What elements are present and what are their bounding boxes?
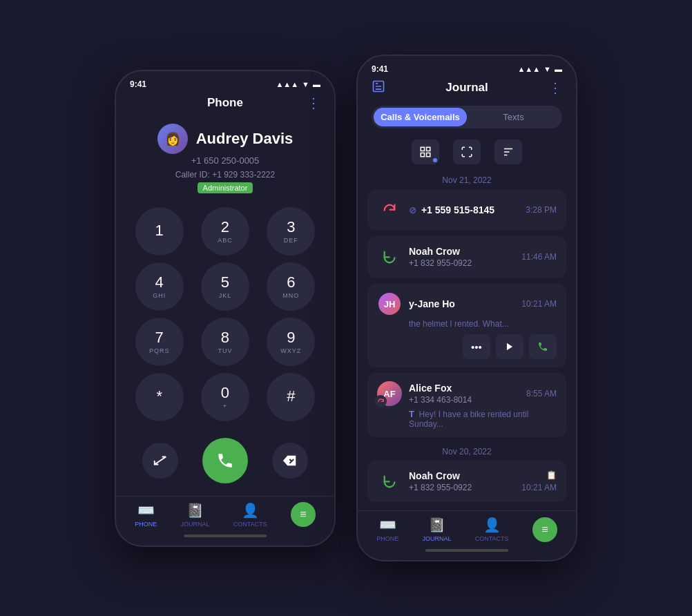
menu-icon: ≡ (300, 508, 306, 521)
play-voicemail-button[interactable] (496, 334, 523, 359)
j-phone-nav-icon: ⌨️ (379, 517, 396, 533)
journal-title: Journal (445, 81, 488, 95)
entry-time-5: 10:21 AM (521, 483, 557, 492)
entry-alice-text[interactable]: AF Alice Fox +1 334 463-8014 8:55 AM T H… (367, 373, 566, 437)
svg-rect-3 (421, 153, 424, 157)
entry-actions-jane: ••• (377, 329, 557, 359)
call-back-button[interactable] (529, 334, 557, 359)
journal-app: 9:41 ▲▲▲ ▼ ▬ Journal ⋮ Calls & Voicemail… (356, 55, 577, 561)
j-contacts-nav-icon: 👤 (483, 517, 501, 533)
dial-5[interactable]: 5JKL (201, 262, 249, 311)
journal-header: Journal ⋮ (358, 78, 576, 102)
entry-name-noah1: Noah Crow (409, 246, 515, 257)
filter-expand-button[interactable] (453, 139, 481, 164)
j-home-indicator (425, 549, 508, 552)
journal-status-bar: 9:41 ▲▲▲ ▼ ▬ (358, 56, 576, 78)
svg-marker-8 (507, 343, 512, 351)
j-nav-contacts-label: CONTACTS (475, 535, 509, 542)
dial-4[interactable]: 4GHI (135, 262, 184, 311)
journal-entries: Nov 21, 2022 ⊘ +1 559 515-8145 3:28 PM (358, 171, 576, 508)
j-wifi-icon: ▼ (544, 65, 551, 73)
tab-bar: Calls & Voicemails Texts (372, 106, 562, 128)
entry-name-noah2: Noah Crow (409, 470, 515, 481)
transfer-button[interactable] (142, 443, 178, 479)
j-nav-contacts[interactable]: 👤 CONTACTS (475, 517, 509, 542)
entry-time-4: 8:55 AM (526, 389, 557, 398)
entry-name-alice: Alice Fox (409, 383, 519, 394)
entry-missed-unknown[interactable]: ⊘ +1 559 515-8145 3:28 PM (367, 189, 566, 231)
call-button[interactable] (202, 438, 248, 483)
signal-icon: ▲▲▲ (276, 80, 298, 88)
wifi-icon: ▼ (302, 80, 309, 88)
more-options-button[interactable]: ••• (463, 334, 490, 359)
user-section: 👩 Audrey Davis +1 650 250-0005 Caller ID… (116, 117, 334, 200)
missed-call-icon (377, 198, 402, 222)
outgoing-call-icon (377, 244, 402, 269)
j-nav-journal[interactable]: 📓 JOURNAL (422, 517, 451, 542)
journal-menu-button[interactable]: ⋮ (548, 79, 562, 96)
filter-sort-button[interactable] (494, 139, 522, 164)
avatar: 👩 (157, 124, 188, 154)
dial-1[interactable]: 1 (135, 207, 184, 256)
backspace-button[interactable] (272, 443, 308, 479)
entry-preview-alice: T Hey! I have a bike rented until Sunday… (377, 409, 557, 429)
entry-number-unknown: +1 559 515-8145 (421, 204, 494, 215)
jane-avatar-icon: JH (377, 291, 402, 316)
tab-texts[interactable]: Texts (467, 108, 560, 126)
entry-time-3: 10:21 AM (521, 299, 557, 309)
svg-rect-1 (421, 147, 424, 151)
dial-8[interactable]: 8TUV (201, 318, 249, 366)
entry-info-noah2: Noah Crow +1 832 955-0922 (409, 470, 515, 492)
filter-all-button[interactable] (412, 139, 439, 164)
nav-contacts[interactable]: 👤 CONTACTS (233, 502, 267, 528)
entry-jane-expanded[interactable]: JH y-Jane Ho 10:21 AM the helmet I rente… (367, 283, 566, 367)
dial-3[interactable]: 3DEF (267, 207, 315, 256)
text-indicator (374, 395, 387, 407)
journal-status-icons: ▲▲▲ ▼ ▬ (517, 65, 562, 73)
dial-9[interactable]: 9WXYZ (267, 318, 315, 366)
nav-phone[interactable]: ⌨️ PHONE (135, 502, 157, 528)
svg-rect-2 (427, 147, 430, 151)
nav-menu-button[interactable]: ≡ (291, 502, 316, 527)
j-journal-nav-icon: 📓 (428, 517, 445, 533)
entry-info-unknown: ⊘ +1 559 515-8145 (409, 204, 519, 216)
compose-button[interactable] (372, 79, 385, 97)
journal-nav-icon: 📓 (186, 502, 204, 519)
date-label-nov21: Nov 21, 2022 (367, 171, 566, 189)
entry-name-jane: y-Jane Ho (409, 298, 515, 309)
phone-header: Phone ⋮ (116, 93, 334, 117)
tab-calls-voicemails[interactable]: Calls & Voicemails (374, 108, 467, 126)
phone-title: Phone (207, 96, 243, 110)
dial-7[interactable]: 7PQRS (135, 318, 184, 366)
text-t-icon: T (409, 409, 414, 419)
nav-journal-label: JOURNAL (180, 521, 209, 528)
dial-hash[interactable]: # (267, 373, 315, 421)
nav-contacts-label: CONTACTS (233, 521, 267, 528)
contacts-nav-icon: 👤 (242, 502, 259, 519)
j-nav-phone[interactable]: ⌨️ PHONE (376, 517, 398, 542)
nav-journal[interactable]: 📓 JOURNAL (180, 502, 209, 528)
dial-2[interactable]: 2ABC (201, 207, 249, 256)
j-menu-icon: ≡ (541, 523, 548, 536)
dial-0[interactable]: 0+ (201, 373, 249, 421)
status-time: 9:41 (130, 79, 146, 89)
entry-num-alice: +1 334 463-8014 (409, 395, 519, 405)
j-nav-phone-label: PHONE (376, 535, 398, 542)
phone-menu-button[interactable]: ⋮ (307, 95, 320, 111)
dialpad: 1 2ABC 3DEF 4GHI 5JKL 6MNO 7PQRS 8TUV 9W… (116, 200, 334, 428)
dial-star[interactable]: * (135, 373, 184, 421)
dial-6[interactable]: 6MNO (267, 262, 315, 311)
entry-info-alice: Alice Fox +1 334 463-8014 (409, 383, 519, 405)
entry-noah-nov20[interactable]: Noah Crow +1 832 955-0922 📋 10:21 AM (367, 461, 566, 502)
user-info-row: 👩 Audrey Davis (157, 124, 294, 154)
j-nav-journal-label: JOURNAL (422, 535, 451, 542)
phone-nav-icon: ⌨️ (137, 502, 155, 519)
caller-id: Caller ID: +1 929 333-2222 (175, 170, 275, 180)
user-name: Audrey Davis (196, 130, 294, 148)
entry-info-jane: y-Jane Ho (409, 298, 515, 309)
j-nav-menu-button[interactable]: ≡ (532, 517, 557, 542)
home-indicator (184, 535, 267, 537)
user-number: +1 650 250-0005 (191, 155, 260, 166)
nav-phone-label: PHONE (135, 521, 157, 528)
entry-noah-outgoing[interactable]: Noah Crow +1 832 955-0922 11:46 AM (367, 236, 566, 278)
